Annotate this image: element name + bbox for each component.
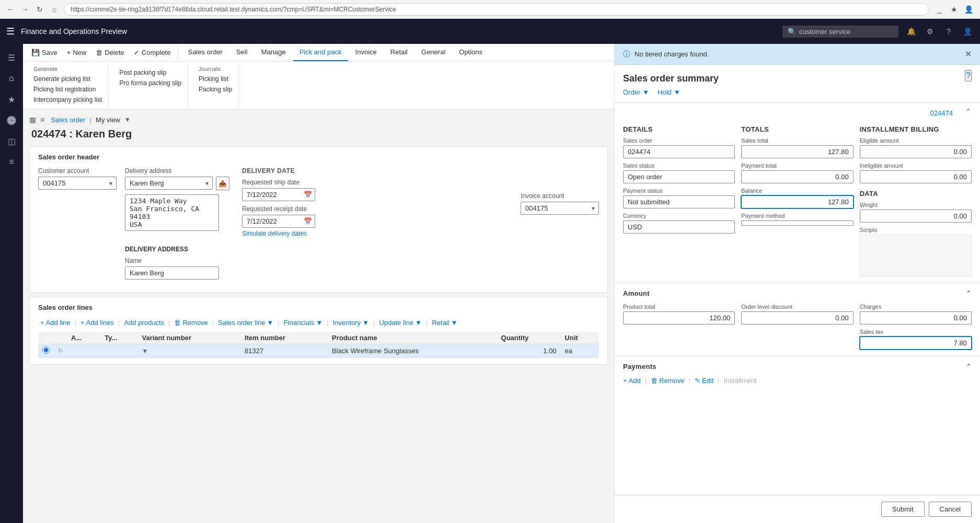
weight-value: 0.00 (860, 210, 972, 223)
scripts-textarea[interactable] (860, 235, 972, 276)
sidebar-item-favorites[interactable]: ★ (2, 90, 21, 109)
tab-invoice[interactable]: Invoice (349, 44, 383, 61)
complete-button[interactable]: ✓ Complete (130, 47, 175, 59)
new-button[interactable]: + New (63, 47, 91, 59)
sidebar-item-recent[interactable]: 🕒 (2, 111, 21, 130)
panel-details-section: DETAILS Sales order 024474 Sales status … (615, 119, 980, 283)
lines-toolbar: + Add line | + Add lines | Add products … (38, 318, 599, 328)
payments-edit-button[interactable]: ✎ Edit (695, 377, 713, 385)
breadcrumb-sales-order[interactable]: Sales order (51, 116, 85, 124)
col-type: Ty... (100, 332, 137, 344)
notifications-button[interactable]: 🔔 (905, 25, 917, 38)
pro-forma-packing-slip-link[interactable]: Pro forma packing slip (119, 78, 181, 88)
filter-icon[interactable]: ▦ (29, 115, 36, 124)
name-input[interactable] (125, 266, 219, 280)
delivery-address-select[interactable]: Karen Berg (125, 177, 213, 190)
col-variant: Variant number (138, 332, 241, 344)
customer-account-select[interactable]: 004175 (38, 177, 117, 190)
page-title-bar: 024474 : Karen Berg (29, 128, 608, 140)
inventory-button[interactable]: Inventory ▼ (331, 318, 371, 328)
eligible-amount-value: 0.00 (860, 145, 972, 158)
delivery-address-label: Delivery address (125, 167, 229, 175)
forward-button[interactable]: → (20, 4, 30, 15)
settings-button[interactable]: ⚙ (924, 25, 936, 38)
requested-ship-input[interactable] (242, 188, 315, 201)
tab-sell[interactable]: Sell (230, 44, 254, 61)
retail-button[interactable]: Retail ▼ (430, 318, 459, 328)
customer-account-label: Customer account (38, 167, 117, 175)
intercompany-picking-list-link[interactable]: Intercompany picking list (33, 95, 102, 104)
payments-add-icon: + (623, 377, 627, 385)
row-variant: ▼ (138, 344, 241, 358)
panel-notification: ⓘ No tiered charges found. ✕ (615, 44, 980, 65)
tab-retail[interactable]: Retail (384, 44, 414, 61)
profile-button[interactable]: 👤 (962, 3, 975, 16)
nav-hamburger[interactable]: ☰ (6, 26, 15, 37)
back-button[interactable]: ← (5, 4, 16, 15)
sales-order-line-button[interactable]: Sales order line ▼ (216, 318, 275, 328)
sidebar-item-home[interactable]: ⌂ (2, 69, 21, 88)
picking-list-link[interactable]: Picking list (199, 74, 232, 84)
address-bar[interactable] (64, 3, 929, 16)
tab-sales-order[interactable]: Sales order (181, 44, 228, 61)
delete-icon: 🗑 (96, 49, 102, 56)
tab-general[interactable]: General (415, 44, 452, 61)
filter-view[interactable]: My view (96, 116, 120, 124)
help-button[interactable]: ? (942, 25, 955, 38)
tab-options[interactable]: Options (453, 44, 489, 61)
packing-slip-link[interactable]: Packing slip (199, 85, 232, 94)
panel-order-id[interactable]: 024474 (922, 105, 961, 117)
update-line-button[interactable]: Update line ▼ (377, 318, 424, 328)
add-lines-button[interactable]: + Add lines (78, 318, 116, 328)
tab-manage[interactable]: Manage (255, 44, 292, 61)
home-button[interactable]: ⌂ (49, 4, 60, 15)
amount-section-header[interactable]: Amount ⌃ (615, 283, 980, 304)
row-product-name: Black Wireframe Sunglasses (328, 344, 497, 358)
submit-button[interactable]: Submit (881, 502, 924, 517)
product-total-label: Product total (623, 304, 735, 310)
remove-button[interactable]: 🗑 Remove (172, 318, 210, 328)
sidebar-item-hamburger[interactable]: ☰ (2, 48, 21, 67)
payments-section-header[interactable]: Payments ⌃ (615, 356, 980, 377)
add-line-button[interactable]: + Add line (38, 318, 73, 328)
picking-list-registration-link[interactable]: Picking list registration (33, 85, 102, 94)
requested-receipt-input[interactable] (242, 215, 315, 228)
simulate-delivery-link[interactable]: Simulate delivery dates (242, 230, 315, 237)
add-products-button[interactable]: Add products (122, 318, 166, 328)
tab-pick-and-pack[interactable]: Pick and pack (293, 44, 348, 61)
panel-help-button[interactable]: ? (965, 70, 972, 82)
panel-close-button[interactable]: ✕ (965, 49, 972, 59)
post-packing-slip-link[interactable]: Post packing slip (119, 68, 181, 77)
data-section-title: DATA (860, 190, 972, 197)
search-bar[interactable]: 🔍 (782, 26, 898, 38)
financials-button[interactable]: Financials ▼ (282, 318, 325, 328)
extensions-button[interactable]: ⎯ (933, 3, 946, 16)
weight-label: Weight (860, 202, 972, 208)
favorites-button[interactable]: ★ (948, 3, 960, 16)
table-row[interactable]: ↻ ▼ 81327 Black Wireframe Sunglasses 1.0… (38, 344, 599, 358)
cancel-button[interactable]: Cancel (929, 502, 972, 517)
delete-button[interactable]: 🗑 Delete (91, 47, 129, 59)
refresh-button[interactable]: ↻ (34, 4, 45, 15)
order-chevron-icon: ▼ (642, 88, 649, 96)
payments-remove-button[interactable]: 🗑 Remove (651, 377, 684, 385)
order-button[interactable]: Order ▼ (623, 88, 649, 96)
generate-picking-list-link[interactable]: Generate picking list (33, 74, 102, 84)
payment-total-value: 0.00 (741, 170, 853, 183)
address-upload-button[interactable]: 📤 (216, 177, 229, 190)
filter-view-chevron[interactable]: ▼ (124, 116, 131, 123)
payments-add-button[interactable]: + Add (623, 377, 641, 385)
search-input[interactable] (799, 28, 893, 36)
row-refresh-icon: ↻ (54, 344, 67, 358)
panel-collapse-button[interactable]: ⌃ (965, 107, 972, 115)
eligible-amount-label: Eligible amount (860, 137, 972, 144)
address-textarea[interactable]: 1234 Maple Way San Francisco, CA 94103 U… (125, 194, 219, 231)
user-button[interactable]: 👤 (961, 25, 974, 38)
sidebar-item-modules[interactable]: ≡ (2, 153, 21, 171)
delivery-date-header: DELIVERY DATE (242, 167, 315, 175)
invoice-account-select[interactable]: 004175 (521, 202, 599, 215)
save-button[interactable]: 💾 Save (27, 47, 62, 59)
sidebar-item-workspaces[interactable]: ◫ (2, 132, 21, 150)
row-radio[interactable] (42, 346, 50, 354)
hold-button[interactable]: Hold ▼ (658, 88, 681, 96)
